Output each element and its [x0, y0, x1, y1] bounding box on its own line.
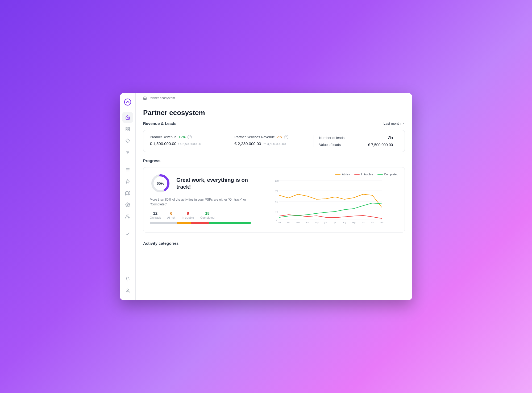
svg-point-15	[127, 204, 128, 205]
progress-headline-block: Great work, everything is on track!	[176, 176, 251, 190]
leads-value: € 7,500.000.00	[368, 143, 393, 147]
x-label-jun: jun	[324, 221, 327, 224]
y-label-75: 75	[275, 190, 278, 192]
legend-at-risk-label: At risk	[342, 173, 350, 176]
partner-services-sub: / € 3,500.000.00	[263, 142, 286, 146]
breadcrumb: Partner ecosystem	[136, 93, 412, 103]
donut-row: 65% Great work, everything is on track!	[150, 173, 251, 194]
activity-section: Activity categories	[136, 239, 412, 251]
svg-marker-12	[125, 191, 130, 195]
sidebar-item-user[interactable]	[122, 285, 133, 296]
partner-services-value: € 2,230.000.00	[234, 141, 261, 146]
x-label-oct: oct	[362, 221, 365, 224]
svg-rect-2	[128, 129, 129, 131]
bar-red	[191, 222, 209, 224]
sidebar-item-grid[interactable]	[122, 124, 133, 134]
x-label-sep: sep	[352, 221, 356, 224]
last-month-filter[interactable]: Last month	[384, 121, 405, 125]
partner-services-label: Partner Services Revenue	[234, 135, 275, 139]
progress-card: 65% Great work, everything is on track! …	[143, 167, 405, 233]
progress-bar	[150, 222, 251, 224]
y-label-100: 100	[275, 180, 279, 182]
legend-completed: Completed	[377, 173, 398, 176]
stats-row: 12 On track 6 At risk 8 In trouble 18	[150, 211, 251, 219]
sidebar-divider-2	[123, 225, 132, 225]
product-revenue-block: Product Revenue 12% ? € 1,500.000.00 / €…	[150, 135, 229, 147]
progress-headline: Great work, everything is on track!	[176, 176, 251, 190]
legend-at-risk: At risk	[335, 173, 350, 176]
sidebar-item-check[interactable]	[122, 229, 133, 239]
svg-rect-1	[128, 127, 129, 129]
progress-left: 65% Great work, everything is on track! …	[150, 173, 251, 227]
sidebar	[120, 93, 136, 300]
product-revenue-info[interactable]: ?	[188, 135, 192, 139]
y-label-25: 25	[275, 211, 278, 214]
leads-number-label: Number of leads	[319, 136, 344, 140]
x-label-may: may	[314, 221, 318, 224]
metrics-card: Product Revenue 12% ? € 1,500.000.00 / €…	[143, 130, 405, 152]
legend-dot-completed	[377, 174, 383, 175]
sidebar-item-bell[interactable]	[122, 274, 133, 284]
svg-rect-0	[126, 127, 127, 129]
sidebar-item-map[interactable]	[122, 188, 133, 198]
revenue-section-header: Revenue & Leads Last month	[143, 121, 405, 126]
product-revenue-value: € 1,500.000.00	[150, 141, 176, 146]
stat-on-track: 12 On track	[150, 211, 161, 219]
sidebar-item-diamond[interactable]	[122, 136, 133, 146]
donut-chart: 65%	[150, 173, 171, 194]
legend-in-trouble-label: In trouble	[361, 173, 373, 176]
progress-chart: At risk In trouble Completed	[257, 173, 398, 227]
app-logo[interactable]	[123, 97, 132, 107]
donut-label: 65%	[157, 181, 164, 185]
product-revenue-pct: 12%	[178, 135, 185, 139]
progress-description: More than 80% of the activities in your …	[150, 197, 251, 207]
breadcrumb-label: Partner ecosystem	[148, 96, 175, 100]
sidebar-item-filter[interactable]	[122, 147, 133, 158]
chevron-down-icon	[402, 122, 405, 125]
partner-services-pct: 7%	[277, 135, 282, 139]
partner-services-info[interactable]: ?	[284, 135, 288, 139]
stat-completed-number: 18	[205, 211, 210, 215]
in-trouble-line	[279, 215, 382, 218]
progress-section-header: Progress	[143, 158, 405, 163]
stat-at-risk: 6 At risk	[167, 211, 176, 219]
stat-on-track-number: 12	[153, 211, 157, 215]
stat-at-risk-label: At risk	[167, 216, 176, 219]
svg-marker-11	[126, 179, 130, 183]
legend-in-trouble: In trouble	[354, 173, 373, 176]
y-label-50: 50	[275, 200, 278, 203]
at-risk-line	[279, 194, 382, 207]
svg-rect-3	[126, 129, 127, 131]
product-revenue-sub: / € 2,500.000.00	[178, 142, 201, 146]
stat-in-trouble-label: In trouble	[182, 216, 194, 219]
stat-in-trouble-number: 8	[187, 211, 189, 215]
page-header: Partner ecosystem	[136, 103, 412, 121]
sidebar-item-list[interactable]	[122, 164, 133, 175]
sidebar-item-home[interactable]	[122, 112, 133, 123]
revenue-section-title: Revenue & Leads	[143, 121, 176, 126]
x-label-dec: dec	[380, 221, 384, 224]
revenue-section: Revenue & Leads Last month Product Reven…	[136, 121, 412, 158]
sidebar-item-star[interactable]	[122, 176, 133, 187]
product-revenue-label: Product Revenue	[150, 135, 176, 139]
sidebar-item-people[interactable]	[122, 211, 133, 222]
bar-grey	[150, 222, 177, 224]
leads-value-label: Value of leads	[319, 143, 341, 147]
x-label-mar: mar	[296, 221, 300, 224]
app-window: Partner ecosystem Partner ecosystem Reve…	[120, 93, 412, 300]
svg-marker-4	[126, 139, 130, 143]
legend-dot-at-risk	[335, 174, 340, 175]
x-label-jan: jan	[278, 221, 281, 224]
legend-completed-label: Completed	[384, 173, 398, 176]
svg-point-16	[126, 215, 128, 216]
stat-at-risk-number: 6	[170, 211, 172, 215]
sidebar-item-settings[interactable]	[122, 200, 133, 210]
x-label-jul: jul	[334, 221, 336, 224]
legend-dot-in-trouble	[354, 174, 360, 175]
x-label-apr: apr	[306, 221, 309, 224]
chart-legend: At risk In trouble Completed	[257, 173, 398, 176]
stat-completed-label: Completed	[200, 216, 214, 219]
progress-section-title: Progress	[143, 158, 160, 163]
line-chart: 100 75 50 25 0	[257, 178, 398, 226]
leads-number-value: 75	[388, 135, 393, 141]
